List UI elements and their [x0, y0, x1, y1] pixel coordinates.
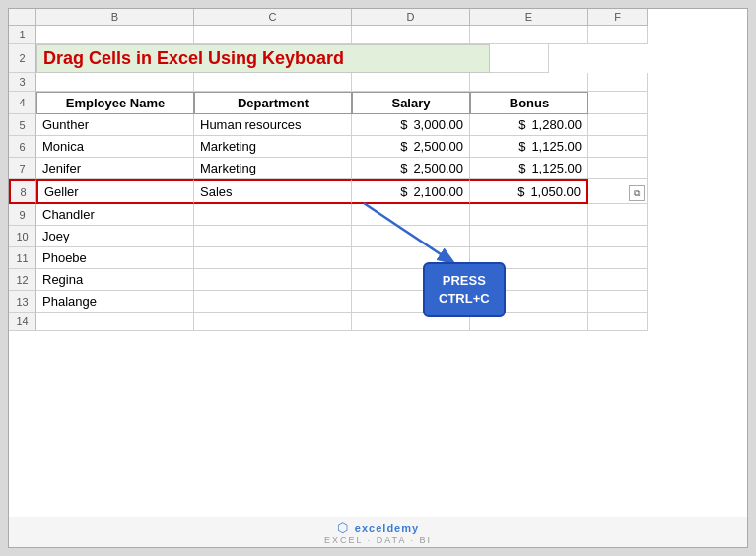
col-salary: Salary	[352, 92, 470, 114]
watermark-subtitle: EXCEL · DATA · BI	[9, 535, 747, 545]
cell-f8[interactable]: ⧉	[588, 179, 648, 204]
cell-c1[interactable]	[194, 26, 352, 44]
cell-dept-11[interactable]	[194, 247, 352, 269]
col-header-e: E	[470, 9, 588, 26]
cell-name-5[interactable]: Gunther	[36, 114, 194, 136]
cell-bonus-7[interactable]: $1,125.00	[470, 158, 588, 179]
cell-f12[interactable]	[588, 269, 648, 291]
watermark-area: ⬡ exceldemy EXCEL · DATA · BI	[9, 517, 747, 547]
cell-name-11[interactable]: Phoebe	[36, 247, 194, 269]
data-row-14: 14	[9, 313, 747, 331]
row-3: 3	[9, 73, 747, 92]
cell-name-10[interactable]: Joey	[36, 226, 194, 247]
cell-e3[interactable]	[470, 73, 588, 92]
row-2: 2 Drag Cells in Excel Using Keyboard	[9, 44, 747, 73]
cell-dept-7[interactable]: Marketing	[194, 158, 352, 179]
rownum-8: 8	[9, 179, 36, 204]
cell-f2[interactable]	[490, 44, 549, 73]
cell-dept-8[interactable]: Sales	[194, 179, 352, 204]
watermark-icon: ⬡	[337, 521, 349, 535]
cell-f14[interactable]	[588, 313, 648, 331]
cell-f9[interactable]	[588, 204, 648, 226]
rownum-11: 11	[9, 247, 36, 269]
rownum-10: 10	[9, 226, 36, 247]
col-header-d: D	[352, 9, 470, 26]
col-bonus: Bonus	[470, 92, 588, 114]
rownum-9: 9	[9, 204, 36, 226]
col-header-f: F	[588, 9, 648, 26]
svg-line-1	[364, 203, 452, 262]
rownum-12: 12	[9, 269, 36, 291]
rownum-1: 1	[9, 26, 36, 44]
cell-name-9[interactable]: Chandler	[36, 204, 194, 226]
cell-c3[interactable]	[194, 73, 352, 92]
corner-cell	[9, 9, 36, 26]
spreadsheet: B C D E F 1 2 Drag Cells in Excel Using …	[8, 8, 748, 548]
col-header-c: C	[194, 9, 352, 26]
cell-c14[interactable]	[194, 313, 352, 331]
rownum-14: 14	[9, 313, 36, 331]
cell-f13[interactable]	[588, 291, 648, 313]
cell-dept-6[interactable]: Marketing	[194, 136, 352, 158]
cell-d3[interactable]	[352, 73, 470, 92]
cell-dept-5[interactable]: Human resources	[194, 114, 352, 136]
cell-f4[interactable]	[588, 92, 648, 114]
cell-name-13[interactable]: Phalange	[36, 291, 194, 313]
rownum-2: 2	[9, 44, 36, 73]
cell-salary-6[interactable]: $2,500.00	[352, 136, 470, 158]
header-row: 4 Employee Name Department Salary Bonus	[9, 92, 747, 114]
cell-bonus-6[interactable]: $1,125.00	[470, 136, 588, 158]
spreadsheet-title: Drag Cells in Excel Using Keyboard	[43, 48, 344, 69]
cell-f1[interactable]	[588, 26, 648, 44]
data-row-7: 7 Jenifer Marketing $2,500.00 $1,125.00	[9, 158, 747, 179]
cell-dept-13[interactable]	[194, 291, 352, 313]
cell-e1[interactable]	[470, 26, 588, 44]
title-cell: Drag Cells in Excel Using Keyboard	[36, 44, 490, 73]
cell-dept-12[interactable]	[194, 269, 352, 291]
copy-paste-icon: ⧉	[629, 185, 645, 201]
column-headers-row: B C D E F	[9, 9, 747, 26]
cell-name-6[interactable]: Monica	[36, 136, 194, 158]
col-employee-name: Employee Name	[36, 92, 194, 114]
row-1: 1	[9, 26, 747, 44]
watermark-text: exceldemy	[355, 522, 419, 534]
cell-b14[interactable]	[36, 313, 194, 331]
cell-name-12[interactable]: Regina	[36, 269, 194, 291]
cell-b3[interactable]	[36, 73, 194, 92]
cell-b1[interactable]	[36, 26, 194, 44]
rownum-7: 7	[9, 158, 36, 179]
cell-f10[interactable]	[588, 226, 648, 247]
rownum-4: 4	[9, 92, 36, 114]
cell-f5[interactable]	[588, 114, 648, 136]
col-department: Department	[194, 92, 352, 114]
ctrl-c-label: PRESSCTRL+C	[423, 262, 506, 317]
cell-salary-5[interactable]: $3,000.00	[352, 114, 470, 136]
rownum-5: 5	[9, 114, 36, 136]
cell-salary-7[interactable]: $2,500.00	[352, 158, 470, 179]
rownum-13: 13	[9, 291, 36, 313]
cell-dept-9[interactable]	[194, 204, 352, 226]
rownum-3: 3	[9, 73, 36, 92]
data-area: 5 Gunther Human resources $3,000.00 $1,2…	[9, 114, 747, 517]
cell-f7[interactable]	[588, 158, 648, 179]
rownum-6: 6	[9, 136, 36, 158]
cell-f3[interactable]	[588, 73, 648, 92]
data-row-5: 5 Gunther Human resources $3,000.00 $1,2…	[9, 114, 747, 136]
cell-f6[interactable]	[588, 136, 648, 158]
cell-name-8[interactable]: Geller	[36, 179, 194, 204]
cell-name-7[interactable]: Jenifer	[36, 158, 194, 179]
cell-f11[interactable]	[588, 247, 648, 269]
cell-bonus-5[interactable]: $1,280.00	[470, 114, 588, 136]
cell-d1[interactable]	[352, 26, 470, 44]
data-row-6: 6 Monica Marketing $2,500.00 $1,125.00	[9, 136, 747, 158]
col-header-b: B	[36, 9, 194, 26]
cell-dept-10[interactable]	[194, 226, 352, 247]
data-row-13: 13 Phalange	[9, 291, 747, 313]
